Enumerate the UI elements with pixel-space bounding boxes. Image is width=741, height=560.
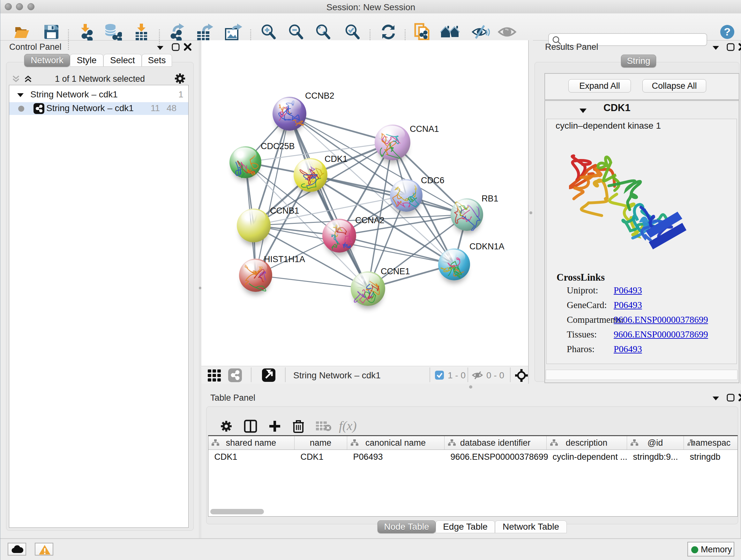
column-header-@id[interactable]: @id xyxy=(627,436,684,449)
expand-all-button[interactable]: Expand All xyxy=(568,79,631,92)
cloud-button[interactable] xyxy=(8,543,26,556)
window-title: Session: New Session xyxy=(0,2,741,12)
help-icon[interactable]: ? xyxy=(719,24,735,41)
close-panel-icon[interactable] xyxy=(184,43,192,52)
collapse-all-button[interactable]: Collapse All xyxy=(643,79,706,92)
column-header-database-identifier[interactable]: database identifier xyxy=(444,436,546,449)
close-panel-icon[interactable] xyxy=(738,393,741,403)
table-cell[interactable]: CDK1 xyxy=(214,452,238,462)
collapse-panel-icon[interactable] xyxy=(712,45,720,52)
export-table-icon[interactable] xyxy=(196,23,213,42)
open-session-icon[interactable] xyxy=(13,24,30,41)
grid-view-icon[interactable] xyxy=(208,369,222,383)
clone-network-icon[interactable] xyxy=(414,23,431,43)
table-cell[interactable]: stringdb:9... xyxy=(633,452,678,462)
network-tree-row-collection[interactable]: String Network – cdk1 1 xyxy=(9,87,188,102)
column-type-icon xyxy=(350,439,359,447)
crosslink-value-link[interactable]: P06493 xyxy=(614,344,642,354)
toolbar-separator xyxy=(429,368,430,382)
table-cell[interactable]: CDK1 xyxy=(300,452,324,462)
network-node-RB1[interactable] xyxy=(451,198,483,231)
network-node-CCNE1[interactable] xyxy=(351,271,385,306)
column-header-name[interactable]: name xyxy=(294,436,347,449)
crosslink-value-link[interactable]: 9606.ENSP00000378699 xyxy=(614,314,708,325)
import-table-file-icon[interactable] xyxy=(133,23,149,42)
column-header-namespac[interactable]: namespac xyxy=(684,436,738,449)
node-label-RB1: RB1 xyxy=(482,194,498,204)
float-panel-icon[interactable] xyxy=(172,43,180,53)
vertical-splitter-right[interactable] xyxy=(529,40,533,384)
zoom-selected-icon[interactable] xyxy=(344,23,361,42)
crosslink-value-link[interactable]: P06493 xyxy=(614,285,642,296)
network-node-CCNB1[interactable] xyxy=(237,208,271,242)
collapse-gene-icon[interactable] xyxy=(579,107,587,115)
horizontal-splitter[interactable] xyxy=(201,384,741,390)
home-icon[interactable] xyxy=(440,24,461,41)
table-settings-gear-icon[interactable] xyxy=(220,420,232,434)
table-cell[interactable]: 9606.ENSP00000378699 xyxy=(451,452,548,462)
float-panel-icon[interactable] xyxy=(726,43,735,53)
column-header-shared-name[interactable]: shared name xyxy=(208,436,294,449)
tab-string[interactable]: String xyxy=(621,55,656,67)
network-node-CCNA2[interactable] xyxy=(322,219,356,253)
delete-column-icon[interactable] xyxy=(292,419,305,435)
add-column-icon[interactable] xyxy=(268,420,281,434)
zoom-in-icon[interactable] xyxy=(260,23,277,42)
table-cell[interactable]: P06493 xyxy=(353,452,383,462)
splitter-handle[interactable] xyxy=(469,385,472,388)
network-node-CDK1[interactable] xyxy=(293,158,327,192)
save-session-icon[interactable] xyxy=(44,24,59,41)
table-horizontal-scrollbar[interactable] xyxy=(210,509,264,514)
function-builder-icon[interactable]: f(x) xyxy=(339,418,357,433)
collapse-panel-icon[interactable] xyxy=(712,395,720,402)
tab-network[interactable]: Network xyxy=(24,54,70,67)
network-node-CCNA1[interactable] xyxy=(375,125,410,160)
memory-button[interactable]: Memory xyxy=(687,542,734,557)
tab-style[interactable]: Style xyxy=(70,54,104,67)
network-options-gear-icon[interactable] xyxy=(174,73,186,85)
close-panel-icon[interactable] xyxy=(738,43,741,52)
tab-sets[interactable]: Sets xyxy=(142,54,172,67)
node-label-CCNB1: CCNB1 xyxy=(270,206,299,216)
import-network-database-icon[interactable] xyxy=(104,23,122,42)
vertical-splitter-left[interactable] xyxy=(199,40,201,538)
crosshair-icon[interactable] xyxy=(515,369,528,383)
zoom-out-icon[interactable] xyxy=(287,23,305,42)
delete-table-icon[interactable] xyxy=(316,421,331,433)
network-node-CDC6[interactable] xyxy=(390,179,422,212)
column-header-canonical-name[interactable]: canonical name xyxy=(347,436,444,449)
table-cell[interactable]: cyclin-dependent ... xyxy=(553,452,627,462)
network-tree-row-selected[interactable]: String Network – cdk1 11 48 xyxy=(9,102,188,115)
network-share-view-icon[interactable] xyxy=(228,368,242,383)
crosslink-value-link[interactable]: P06493 xyxy=(614,300,642,310)
column-type-icon xyxy=(687,439,695,447)
selected-checkbox-icon[interactable] xyxy=(435,371,444,381)
splitter-handle[interactable] xyxy=(199,287,201,289)
float-panel-icon[interactable] xyxy=(726,393,735,403)
split-column-icon[interactable] xyxy=(244,420,257,434)
network-node-CDC25B[interactable] xyxy=(229,146,261,178)
tab-edge-table[interactable]: Edge Table xyxy=(435,520,495,533)
refresh-icon[interactable] xyxy=(381,24,396,41)
export-image-icon[interactable] xyxy=(224,23,242,42)
zoom-fit-icon[interactable] xyxy=(315,23,332,42)
crosslink-value-link[interactable]: 9606.ENSP00000378699 xyxy=(614,329,708,340)
hide-selected-icon[interactable] xyxy=(471,23,490,42)
node-table: shared namenamecanonical namedatabase id… xyxy=(208,435,738,516)
network-view[interactable]: CCNB2CCNA1CDC25BCDK1CDC6RB1CCNB1CCNA2CDK… xyxy=(201,40,529,366)
network-node-CDKN1A[interactable] xyxy=(438,248,470,280)
network-node-CCNB2[interactable] xyxy=(273,97,307,131)
tab-network-table[interactable]: Network Table xyxy=(495,520,567,533)
column-header-description[interactable]: description xyxy=(546,436,627,449)
warning-button[interactable] xyxy=(35,543,53,556)
table-cell[interactable]: stringdb xyxy=(690,452,721,462)
tree-expand-icon[interactable] xyxy=(17,92,24,99)
show-all-icon[interactable] xyxy=(498,25,516,40)
birdseye-view-icon[interactable] xyxy=(262,368,275,383)
tab-node-table[interactable]: Node Table xyxy=(378,520,435,533)
tab-select[interactable]: Select xyxy=(104,54,142,67)
import-network-file-icon[interactable] xyxy=(77,23,94,42)
export-network-icon[interactable] xyxy=(169,23,186,42)
splitter-handle[interactable] xyxy=(529,211,532,214)
collapse-panel-icon[interactable] xyxy=(156,45,164,52)
